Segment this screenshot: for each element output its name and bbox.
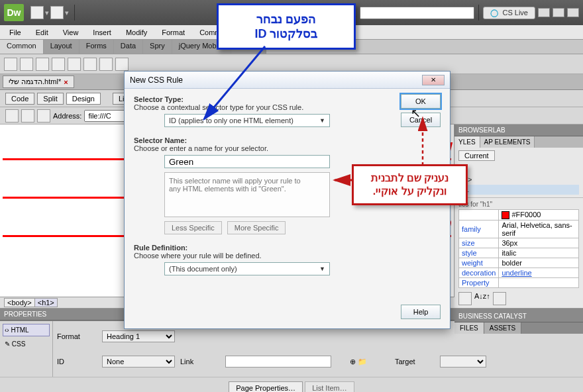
document-tab[interactable]: הדגמה שלי.html* × (3, 75, 74, 88)
tag-h1[interactable]: <h1> (34, 298, 58, 307)
menu-file[interactable]: File (3, 27, 28, 38)
properties-btnrow: Page Properties… List Item… (0, 377, 583, 392)
rule-definition-select[interactable]: (This document only) ▼ (164, 262, 330, 275)
format-label: Format (57, 332, 97, 340)
rule-definition-label: Rule Definition: (134, 244, 187, 252)
toggle-icon[interactable] (493, 292, 506, 305)
cslive-label: CS Live (502, 9, 528, 17)
menu-view[interactable]: View (56, 27, 85, 38)
menu-modify[interactable]: Modify (119, 27, 154, 38)
current-button[interactable]: Current (458, 150, 495, 161)
css-styles-tab[interactable]: YLES (454, 136, 480, 148)
address-label: Address: (53, 112, 81, 120)
cslive-icon: ◯ (490, 9, 498, 17)
selector-name-label: Selector Name: (134, 136, 187, 144)
less-specific-button: Less Specific (164, 221, 222, 234)
insert-icon[interactable] (83, 58, 97, 71)
menu-format[interactable]: Format (155, 27, 191, 38)
insert-icon[interactable] (52, 58, 65, 71)
selector-type-label: Selector Type: (134, 95, 184, 103)
selector-name-hint: Choose or enter a name for your selector… (134, 144, 268, 152)
nav-home-icon[interactable] (37, 109, 50, 122)
target-label: Target (395, 358, 435, 366)
callout-blue: הפעם נבחר בסלקטור ID (217, 3, 356, 50)
insert-icon[interactable] (115, 58, 129, 71)
nav-back-icon[interactable] (5, 109, 19, 122)
help-button[interactable]: Help (401, 305, 441, 319)
list-item-button: List Item… (305, 381, 354, 392)
css-mode-button[interactable]: ✎ CSS (3, 338, 50, 350)
tab-common[interactable]: Common (0, 40, 44, 54)
tab-data[interactable]: Data (114, 40, 143, 54)
titlebar-search-input[interactable] (360, 7, 474, 19)
close-window-icon[interactable] (567, 8, 579, 17)
browserlab-panel-header[interactable]: BROWSERLAB (454, 124, 583, 136)
ap-elements-tab[interactable]: AP ELEMENTS (480, 136, 535, 148)
dialog-titlebar[interactable]: New CSS Rule ✕ (125, 72, 450, 89)
selector-type-hint: Choose a contextual selector type for yo… (134, 103, 303, 111)
nav-fwd-icon[interactable] (21, 109, 34, 122)
insert-icon[interactable] (20, 58, 33, 71)
insert-icon[interactable] (99, 58, 113, 71)
link-label: Link (180, 358, 220, 366)
menu-edit[interactable]: Edit (29, 27, 55, 38)
rule-definition-hint: Choose where your rule will be defined. (134, 252, 262, 260)
insert-icon[interactable] (36, 58, 49, 71)
selector-description: This selector name will apply your rule … (164, 172, 330, 217)
layout-menu-icon[interactable] (30, 6, 44, 19)
cslive-button[interactable]: ◯ CS Live (483, 7, 535, 19)
link-input[interactable] (225, 356, 331, 368)
id-select[interactable]: None (102, 356, 175, 368)
app-logo: Dw (4, 4, 24, 21)
format-select[interactable]: Heading 1 (102, 330, 175, 342)
design-view-button[interactable]: Design (66, 93, 101, 105)
cancel-button[interactable]: Cancel (401, 113, 441, 127)
chevron-down-icon: ▼ (319, 266, 325, 272)
page-properties-button[interactable]: Page Properties… (229, 381, 303, 392)
dialog-title: New CSS Rule (130, 75, 183, 85)
tag-body[interactable]: <body> (4, 298, 35, 307)
tab-spry[interactable]: Spry (143, 40, 172, 54)
properties-for-label: ties for "h1" (458, 201, 579, 208)
more-specific-button: More Specific (227, 221, 286, 234)
restore-window-icon[interactable] (553, 8, 564, 17)
tab-forms[interactable]: Forms (80, 40, 114, 54)
html-mode-button[interactable]: ‹› HTML (3, 324, 50, 336)
callout-red: נעניק שם לתבנית ונקליק על אוקיי. (352, 164, 468, 205)
extension-menu-icon[interactable] (50, 6, 64, 19)
split-view-button[interactable]: Split (37, 93, 63, 105)
code-view-button[interactable]: Code (5, 93, 34, 105)
tab-layout[interactable]: Layout (44, 40, 80, 54)
css-rules-tree[interactable]: es yle> -h1 (458, 165, 579, 195)
target-select[interactable] (440, 356, 486, 368)
min-window-icon[interactable] (538, 8, 550, 17)
insert-icon[interactable] (68, 58, 81, 71)
selector-type-select[interactable]: ID (applies to only one HTML element) ▼ (164, 114, 330, 127)
menu-insert[interactable]: Insert (86, 27, 118, 38)
dialog-close-icon[interactable]: ✕ (422, 75, 445, 85)
selector-name-input[interactable] (164, 155, 330, 168)
chevron-down-icon: ▼ (319, 117, 325, 124)
insert-icon[interactable] (4, 58, 17, 71)
css-properties-table[interactable]: #FF0000 familyArial, Helvetica, sans-ser… (458, 209, 579, 288)
document-tab-label: הדגמה שלי.html* (9, 77, 61, 86)
id-label: ID (57, 358, 97, 366)
color-swatch[interactable] (502, 211, 509, 219)
right-panel: BROWSERLAB YLES AP ELEMENTS Current es y… (454, 124, 583, 297)
add-property-icon[interactable] (458, 292, 472, 305)
close-document-icon[interactable]: × (64, 78, 68, 86)
ok-button[interactable]: OK (401, 94, 441, 109)
